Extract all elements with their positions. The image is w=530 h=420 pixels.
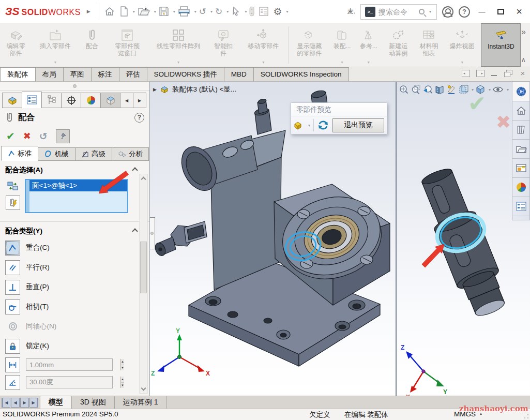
search-icon[interactable]	[419, 9, 425, 14]
pm-scrollbar[interactable]	[139, 174, 148, 394]
mate-type-perpendicular[interactable]: 垂直(P)	[0, 277, 149, 297]
redo-icon[interactable]: ↻	[214, 4, 224, 19]
main-viewport[interactable]: Y X Z ▶ 装配体3 (默认) <显... 零部件预览 ▾ 退出预览	[150, 82, 396, 396]
mate-type-lock[interactable]: 锁定(K)	[0, 336, 149, 356]
pm-help-icon[interactable]: ?	[134, 113, 144, 123]
accept-preview-icon[interactable]: ✔	[468, 91, 486, 116]
design-library-tab[interactable]	[512, 121, 529, 140]
resize-grip[interactable]	[524, 414, 529, 419]
tree-expand-icon[interactable]: ▶	[153, 87, 157, 92]
lock-icon[interactable]	[5, 339, 20, 354]
display-style-caret[interactable]: ▾	[489, 87, 491, 92]
ok-button[interactable]: ✔	[6, 130, 15, 142]
file-explorer-tab[interactable]	[512, 140, 529, 159]
previous-view-icon[interactable]	[422, 84, 433, 95]
last-tab-button[interactable]: ▶	[29, 398, 38, 408]
prev-tab-button[interactable]: ◀	[11, 398, 20, 408]
mate-type-coincident[interactable]: 重合(C)	[0, 238, 149, 258]
resources-tab[interactable]	[512, 82, 529, 101]
tab-sketch[interactable]: 草图	[63, 67, 92, 81]
motion-study-tab[interactable]: 运动算例 1	[115, 396, 167, 409]
mode-tab-standard[interactable]: 标准	[1, 146, 38, 161]
window-maximize-button[interactable]	[494, 7, 507, 17]
mate-selections-listbox[interactable]: 面<1>@轴<1>	[25, 179, 128, 213]
appearances-tab[interactable]	[512, 178, 529, 197]
print-caret[interactable]: ▾	[194, 9, 196, 14]
pane-left-icon[interactable]: ◂	[462, 70, 470, 77]
instant3d-button[interactable]: Instant3D	[481, 23, 521, 67]
next-tab-button[interactable]: ▶	[20, 398, 29, 408]
collapse-chevron-icon[interactable]	[132, 167, 138, 173]
menu-flyout-icon[interactable]: ▶	[87, 9, 90, 14]
mode-tab-analysis[interactable]: 分析	[112, 147, 149, 161]
multiple-mate-mode-button[interactable]	[6, 196, 20, 210]
assembly-node-label[interactable]: 装配体3 (默认) <显...	[172, 85, 236, 94]
tab-inspection[interactable]: SOLIDWORKS Inspection	[253, 67, 349, 81]
undo-caret[interactable]: ▾	[210, 9, 213, 14]
part-icon[interactable]	[293, 120, 305, 130]
mode-tab-advanced[interactable]: 高级	[75, 147, 112, 161]
feature-manager-tab[interactable]	[2, 93, 22, 108]
search-input[interactable]	[378, 8, 416, 16]
undo-icon[interactable]: ↺	[198, 4, 208, 19]
tab-evaluate[interactable]: 评估	[119, 67, 147, 81]
tab-markup[interactable]: 标注	[91, 67, 119, 81]
angle-spinner[interactable]: ▲ ▼	[120, 377, 124, 388]
angle-icon[interactable]	[5, 375, 20, 390]
pane-restore-icon[interactable]	[504, 70, 512, 77]
save-icon[interactable]	[157, 4, 171, 19]
command-search[interactable]: >_ ▾	[360, 4, 437, 20]
panel-splitter[interactable]	[0, 82, 149, 91]
tab-addins[interactable]: SOLIDWORKS 插件	[147, 67, 224, 81]
home-icon[interactable]	[102, 4, 117, 19]
display-manager-tab[interactable]	[81, 93, 101, 108]
perpendicular-icon[interactable]	[5, 280, 20, 295]
collapsed-panel-tab[interactable]	[150, 217, 155, 249]
zoom-area-icon[interactable]	[411, 84, 421, 95]
open-icon[interactable]	[136, 4, 152, 19]
exit-preview-button[interactable]: 退出预览	[332, 118, 384, 132]
edit-appearance-icon[interactable]	[446, 84, 457, 95]
window-minimize-button[interactable]: —	[475, 8, 489, 16]
help-icon[interactable]: ?	[459, 6, 470, 18]
custom-properties-tab[interactable]	[512, 197, 529, 216]
view-palette-tab[interactable]	[512, 159, 529, 178]
view-orientation-icon[interactable]	[458, 84, 468, 95]
settings-caret[interactable]: ▾	[286, 9, 288, 14]
mate-type-tangent[interactable]: 相切(T)	[0, 297, 149, 317]
ribbon-collapse-icon[interactable]: ∧	[521, 56, 526, 64]
account-icon[interactable]	[442, 6, 453, 18]
mode-tab-mechanical[interactable]: 机械	[38, 147, 75, 161]
pane-right-icon[interactable]: ▸	[476, 70, 484, 77]
tangent-icon[interactable]	[5, 299, 20, 314]
scroll-thumb[interactable]	[140, 242, 147, 293]
print-icon[interactable]	[176, 4, 192, 19]
new-document-icon[interactable]	[118, 4, 130, 19]
properties-icon[interactable]	[257, 4, 270, 19]
coincident-icon[interactable]	[5, 241, 20, 256]
open-caret[interactable]: ▾	[154, 9, 156, 14]
hide-show-items-icon[interactable]	[492, 84, 504, 95]
tab-layout[interactable]: 布局	[35, 67, 64, 81]
feature-tree-flyout[interactable]: ▶ 装配体3 (默认) <显...	[153, 85, 236, 94]
dimxpert-manager-tab[interactable]	[61, 93, 81, 108]
mate-selections-header[interactable]: 配合选择(A)	[0, 161, 149, 177]
home-tab[interactable]	[512, 101, 529, 121]
model-tab[interactable]: 模型	[40, 396, 72, 409]
section-view-icon[interactable]	[434, 84, 445, 95]
distance-spinner[interactable]: ▲ ▼	[120, 359, 124, 370]
part-caret[interactable]: ▾	[308, 123, 310, 128]
zoom-fit-icon[interactable]	[399, 84, 409, 95]
select-caret[interactable]: ▾	[245, 9, 247, 14]
tab-mbd[interactable]: MBD	[224, 67, 254, 81]
manager-tab-scroll-right[interactable]: ▶	[133, 93, 146, 108]
ribbon-more-icon[interactable]: »	[521, 27, 526, 37]
save-caret[interactable]: ▾	[173, 9, 175, 14]
collapse-chevron-icon[interactable]	[132, 228, 138, 234]
search-caret[interactable]: ▾	[429, 9, 431, 14]
first-tab-button[interactable]: ◀	[2, 398, 10, 408]
synchronize-icon[interactable]	[317, 119, 329, 131]
settings-gear-icon[interactable]: ⚙	[271, 4, 283, 19]
scroll-up-icon[interactable]	[141, 177, 146, 182]
select-cursor-icon[interactable]	[230, 4, 242, 19]
